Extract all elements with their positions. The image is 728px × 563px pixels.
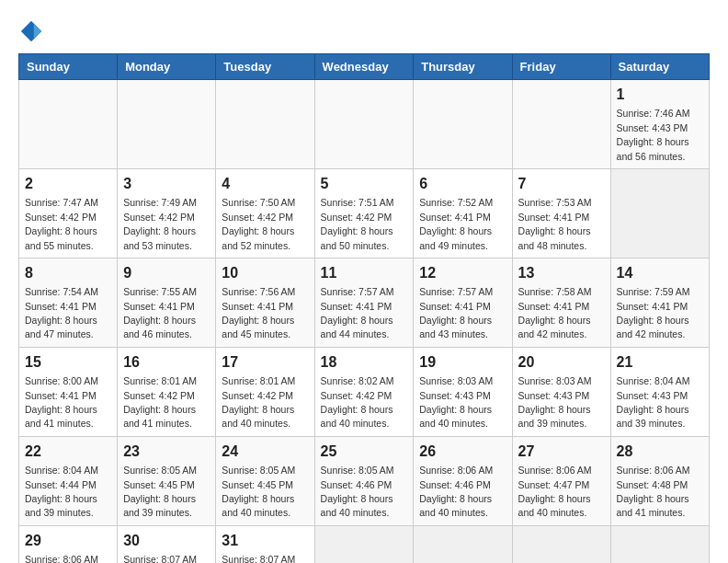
day-info: Sunrise: 7:49 AMSunset: 4:42 PMDaylight:…: [123, 197, 197, 250]
calendar-cell: [512, 525, 610, 563]
day-number: 19: [419, 352, 506, 373]
day-info: Sunrise: 7:51 AMSunset: 4:42 PMDaylight:…: [321, 197, 394, 250]
day-number: 21: [617, 352, 703, 373]
calendar-table: SundayMondayTuesdayWednesdayThursdayFrid…: [18, 53, 710, 563]
calendar-cell: 11Sunrise: 7:57 AMSunset: 4:41 PMDayligh…: [314, 258, 414, 347]
day-info: Sunrise: 7:46 AMSunset: 4:43 PMDaylight:…: [617, 108, 690, 161]
day-info: Sunrise: 8:06 AMSunset: 4:46 PMDaylight:…: [419, 465, 493, 518]
calendar-cell: 2Sunrise: 7:47 AMSunset: 4:42 PMDaylight…: [19, 168, 118, 258]
day-info: Sunrise: 8:06 AMSunset: 4:47 PMDaylight:…: [518, 465, 592, 518]
day-number: 20: [518, 352, 605, 373]
day-number: 13: [518, 263, 605, 283]
day-info: Sunrise: 7:47 AMSunset: 4:42 PMDaylight:…: [25, 197, 98, 250]
day-number: 31: [222, 531, 308, 551]
day-info: Sunrise: 8:06 AMSunset: 4:49 PMDaylight:…: [25, 554, 98, 563]
day-number: 2: [25, 174, 111, 194]
day-number: 18: [321, 352, 408, 373]
calendar-cell: 16Sunrise: 8:01 AMSunset: 4:42 PMDayligh…: [118, 347, 216, 436]
calendar-week-3: 8Sunrise: 7:54 AMSunset: 4:41 PMDaylight…: [19, 258, 710, 347]
calendar-cell: 9Sunrise: 7:55 AMSunset: 4:41 PMDaylight…: [118, 258, 216, 347]
calendar-cell: 6Sunrise: 7:52 AMSunset: 4:41 PMDaylight…: [414, 168, 512, 258]
day-number: 11: [321, 263, 408, 283]
calendar-cell: 30Sunrise: 8:07 AMSunset: 4:49 PMDayligh…: [118, 525, 216, 563]
day-info: Sunrise: 8:04 AMSunset: 4:43 PMDaylight:…: [617, 375, 690, 429]
day-number: 28: [617, 442, 703, 462]
day-info: Sunrise: 8:05 AMSunset: 4:45 PMDaylight:…: [123, 465, 197, 518]
day-number: 4: [222, 174, 308, 194]
calendar-cell: 4Sunrise: 7:50 AMSunset: 4:42 PMDaylight…: [216, 168, 314, 258]
col-header-saturday: Saturday: [610, 54, 709, 80]
logo: [18, 18, 48, 44]
calendar-cell: 15Sunrise: 8:00 AMSunset: 4:41 PMDayligh…: [19, 347, 118, 436]
col-header-monday: Monday: [118, 54, 216, 80]
day-number: 25: [321, 442, 408, 462]
day-info: Sunrise: 8:07 AMSunset: 4:49 PMDaylight:…: [123, 554, 197, 563]
day-number: 12: [419, 263, 506, 283]
day-info: Sunrise: 8:07 AMSunset: 4:50 PMDaylight:…: [222, 554, 295, 563]
calendar-cell: 5Sunrise: 7:51 AMSunset: 4:42 PMDaylight…: [314, 168, 414, 258]
day-number: 30: [123, 531, 210, 551]
day-info: Sunrise: 8:03 AMSunset: 4:43 PMDaylight:…: [518, 375, 592, 429]
day-info: Sunrise: 7:52 AMSunset: 4:41 PMDaylight:…: [419, 197, 493, 250]
col-header-thursday: Thursday: [414, 54, 512, 80]
col-header-wednesday: Wednesday: [314, 54, 414, 80]
day-number: 9: [123, 263, 210, 283]
calendar-cell: 22Sunrise: 8:04 AMSunset: 4:44 PMDayligh…: [19, 436, 118, 525]
day-info: Sunrise: 7:58 AMSunset: 4:41 PMDaylight:…: [518, 286, 592, 339]
calendar-cell: 10Sunrise: 7:56 AMSunset: 4:41 PMDayligh…: [216, 258, 314, 347]
day-number: 7: [518, 174, 605, 194]
day-info: Sunrise: 8:06 AMSunset: 4:48 PMDaylight:…: [617, 465, 690, 518]
calendar-cell: 7Sunrise: 7:53 AMSunset: 4:41 PMDaylight…: [512, 168, 610, 258]
day-number: 10: [222, 263, 308, 283]
calendar-week-6: 29Sunrise: 8:06 AMSunset: 4:49 PMDayligh…: [19, 525, 710, 563]
day-info: Sunrise: 7:54 AMSunset: 4:41 PMDaylight:…: [25, 286, 98, 339]
calendar-cell: [314, 80, 414, 169]
calendar-cell: 20Sunrise: 8:03 AMSunset: 4:43 PMDayligh…: [512, 347, 610, 436]
day-number: 23: [123, 442, 210, 462]
calendar-cell: [512, 80, 610, 169]
day-info: Sunrise: 8:03 AMSunset: 4:43 PMDaylight:…: [419, 375, 493, 429]
day-info: Sunrise: 8:00 AMSunset: 4:41 PMDaylight:…: [25, 375, 98, 429]
calendar-cell: 18Sunrise: 8:02 AMSunset: 4:42 PMDayligh…: [314, 347, 414, 436]
day-number: 3: [123, 174, 210, 194]
day-info: Sunrise: 7:59 AMSunset: 4:41 PMDaylight:…: [617, 286, 690, 339]
calendar-cell: 31Sunrise: 8:07 AMSunset: 4:50 PMDayligh…: [216, 525, 314, 563]
calendar-cell: 14Sunrise: 7:59 AMSunset: 4:41 PMDayligh…: [610, 258, 709, 347]
day-info: Sunrise: 8:02 AMSunset: 4:42 PMDaylight:…: [321, 375, 394, 429]
day-number: 29: [25, 531, 111, 551]
calendar-header: SundayMondayTuesdayWednesdayThursdayFrid…: [19, 54, 710, 80]
calendar-cell: [314, 525, 414, 563]
day-number: 15: [25, 352, 111, 373]
calendar-cell: 28Sunrise: 8:06 AMSunset: 4:48 PMDayligh…: [610, 436, 709, 525]
day-info: Sunrise: 7:53 AMSunset: 4:41 PMDaylight:…: [518, 197, 592, 250]
calendar-week-2: 2Sunrise: 7:47 AMSunset: 4:42 PMDaylight…: [19, 168, 710, 258]
calendar-week-1: 1Sunrise: 7:46 AMSunset: 4:43 PMDaylight…: [19, 80, 710, 169]
calendar-cell: 27Sunrise: 8:06 AMSunset: 4:47 PMDayligh…: [512, 436, 610, 525]
col-header-sunday: Sunday: [19, 54, 118, 80]
calendar-cell: [414, 80, 512, 169]
calendar-week-4: 15Sunrise: 8:00 AMSunset: 4:41 PMDayligh…: [19, 347, 710, 436]
day-number: 5: [321, 174, 408, 194]
day-number: 6: [419, 174, 506, 194]
calendar-cell: 17Sunrise: 8:01 AMSunset: 4:42 PMDayligh…: [216, 347, 314, 436]
calendar-cell: 26Sunrise: 8:06 AMSunset: 4:46 PMDayligh…: [414, 436, 512, 525]
day-info: Sunrise: 7:50 AMSunset: 4:42 PMDaylight:…: [222, 197, 295, 250]
day-info: Sunrise: 8:05 AMSunset: 4:46 PMDaylight:…: [321, 465, 394, 518]
day-info: Sunrise: 7:57 AMSunset: 4:41 PMDaylight:…: [419, 286, 493, 339]
calendar-cell: [414, 525, 512, 563]
calendar-cell: [216, 80, 314, 169]
day-info: Sunrise: 8:05 AMSunset: 4:45 PMDaylight:…: [222, 465, 295, 518]
calendar-week-5: 22Sunrise: 8:04 AMSunset: 4:44 PMDayligh…: [19, 436, 710, 525]
calendar-cell: [118, 80, 216, 169]
calendar-cell: 21Sunrise: 8:04 AMSunset: 4:43 PMDayligh…: [610, 347, 709, 436]
day-number: 24: [222, 442, 308, 462]
calendar-cell: 1Sunrise: 7:46 AMSunset: 4:43 PMDaylight…: [610, 80, 709, 169]
day-number: 14: [617, 263, 703, 283]
calendar-cell: 25Sunrise: 8:05 AMSunset: 4:46 PMDayligh…: [314, 436, 414, 525]
day-info: Sunrise: 8:04 AMSunset: 4:44 PMDaylight:…: [25, 465, 98, 518]
day-info: Sunrise: 8:01 AMSunset: 4:42 PMDaylight:…: [123, 375, 197, 429]
day-info: Sunrise: 7:55 AMSunset: 4:41 PMDaylight:…: [123, 286, 197, 339]
day-number: 1: [617, 85, 703, 105]
calendar-cell: 3Sunrise: 7:49 AMSunset: 4:42 PMDaylight…: [118, 168, 216, 258]
day-number: 17: [222, 352, 308, 373]
